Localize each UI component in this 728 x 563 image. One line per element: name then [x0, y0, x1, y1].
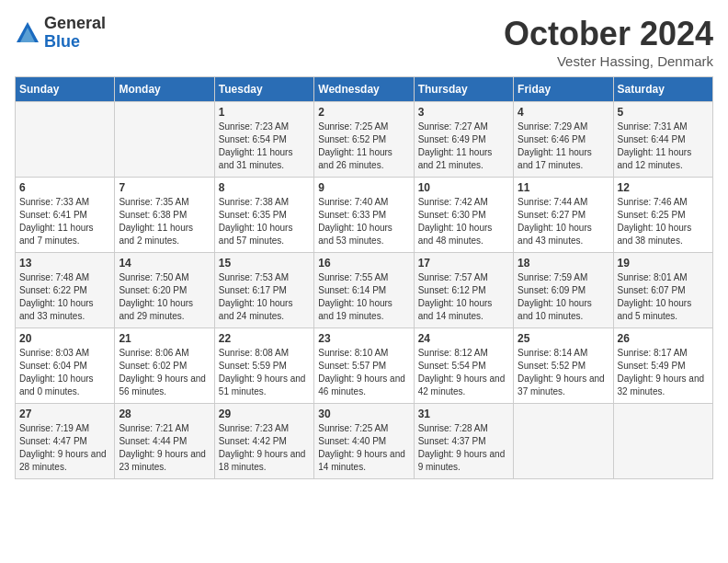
calendar-cell [514, 404, 613, 479]
weekday-header-thursday: Thursday [414, 77, 513, 102]
calendar-cell: 1Sunrise: 7:23 AMSunset: 6:54 PMDaylight… [214, 102, 313, 178]
day-info: Sunrise: 7:33 AMSunset: 6:41 PMDaylight:… [19, 196, 110, 247]
month-title: October 2024 [504, 15, 713, 53]
day-info: Sunrise: 7:35 AMSunset: 6:38 PMDaylight:… [119, 196, 210, 247]
day-info: Sunrise: 8:03 AMSunset: 6:04 PMDaylight:… [19, 347, 110, 398]
day-number: 7 [119, 181, 210, 194]
day-info: Sunrise: 8:12 AMSunset: 5:54 PMDaylight:… [418, 347, 509, 398]
day-number: 24 [418, 332, 509, 345]
day-number: 6 [19, 181, 110, 194]
day-info: Sunrise: 7:50 AMSunset: 6:20 PMDaylight:… [119, 271, 210, 323]
day-number: 12 [618, 181, 709, 194]
day-number: 5 [618, 106, 709, 119]
calendar-cell: 28Sunrise: 7:21 AMSunset: 4:44 PMDayligh… [115, 404, 214, 479]
weekday-header-sunday: Sunday [16, 77, 115, 102]
day-number: 23 [318, 332, 409, 345]
location-subtitle: Vester Hassing, Denmark [504, 53, 713, 69]
day-number: 17 [418, 257, 509, 270]
day-info: Sunrise: 7:19 AMSunset: 4:47 PMDaylight:… [19, 422, 110, 474]
title-area: October 2024 Vester Hassing, Denmark [504, 15, 713, 69]
logo: General Blue [15, 15, 106, 52]
calendar-cell: 10Sunrise: 7:42 AMSunset: 6:30 PMDayligh… [414, 178, 513, 253]
calendar-cell: 24Sunrise: 8:12 AMSunset: 5:54 PMDayligh… [414, 328, 513, 404]
logo-general: General [44, 15, 106, 33]
calendar-cell: 16Sunrise: 7:55 AMSunset: 6:14 PMDayligh… [314, 253, 414, 328]
day-info: Sunrise: 8:14 AMSunset: 5:52 PMDaylight:… [518, 347, 609, 398]
calendar-cell: 22Sunrise: 8:08 AMSunset: 5:59 PMDayligh… [214, 328, 313, 404]
day-number: 9 [318, 181, 409, 194]
day-info: Sunrise: 7:55 AMSunset: 6:14 PMDaylight:… [318, 271, 409, 323]
calendar-cell: 20Sunrise: 8:03 AMSunset: 6:04 PMDayligh… [16, 328, 115, 404]
calendar-cell: 25Sunrise: 8:14 AMSunset: 5:52 PMDayligh… [514, 328, 613, 404]
day-number: 31 [418, 408, 509, 420]
calendar-cell: 11Sunrise: 7:44 AMSunset: 6:27 PMDayligh… [514, 178, 613, 253]
calendar-cell: 5Sunrise: 7:31 AMSunset: 6:44 PMDaylight… [613, 102, 712, 178]
day-info: Sunrise: 7:23 AMSunset: 4:42 PMDaylight:… [219, 422, 310, 474]
calendar-cell: 2Sunrise: 7:25 AMSunset: 6:52 PMDaylight… [314, 102, 414, 178]
day-info: Sunrise: 7:38 AMSunset: 6:35 PMDaylight:… [219, 196, 310, 247]
weekday-header-monday: Monday [115, 77, 214, 102]
day-info: Sunrise: 7:23 AMSunset: 6:54 PMDaylight:… [219, 121, 310, 172]
day-number: 1 [219, 106, 310, 119]
day-info: Sunrise: 7:31 AMSunset: 6:44 PMDaylight:… [618, 121, 709, 172]
day-number: 22 [219, 332, 310, 345]
day-number: 10 [418, 181, 509, 194]
calendar-week-row: 6Sunrise: 7:33 AMSunset: 6:41 PMDaylight… [16, 178, 713, 253]
day-number: 11 [518, 181, 609, 194]
calendar-cell: 23Sunrise: 8:10 AMSunset: 5:57 PMDayligh… [314, 328, 414, 404]
weekday-header-wednesday: Wednesday [314, 77, 414, 102]
day-info: Sunrise: 7:21 AMSunset: 4:44 PMDaylight:… [119, 422, 210, 474]
day-info: Sunrise: 7:44 AMSunset: 6:27 PMDaylight:… [518, 196, 609, 247]
calendar-cell: 7Sunrise: 7:35 AMSunset: 6:38 PMDaylight… [115, 178, 214, 253]
logo-text: General Blue [44, 15, 106, 52]
calendar-cell: 30Sunrise: 7:25 AMSunset: 4:40 PMDayligh… [314, 404, 414, 479]
day-info: Sunrise: 7:46 AMSunset: 6:25 PMDaylight:… [618, 196, 709, 247]
day-number: 29 [219, 408, 310, 420]
day-info: Sunrise: 7:53 AMSunset: 6:17 PMDaylight:… [219, 271, 310, 323]
calendar-cell: 3Sunrise: 7:27 AMSunset: 6:49 PMDaylight… [414, 102, 513, 178]
calendar-cell: 6Sunrise: 7:33 AMSunset: 6:41 PMDaylight… [16, 178, 115, 253]
calendar-cell: 27Sunrise: 7:19 AMSunset: 4:47 PMDayligh… [16, 404, 115, 479]
day-info: Sunrise: 8:17 AMSunset: 5:49 PMDaylight:… [618, 347, 709, 398]
day-number: 4 [518, 106, 609, 119]
weekday-header-friday: Friday [514, 77, 613, 102]
day-info: Sunrise: 7:59 AMSunset: 6:09 PMDaylight:… [518, 271, 609, 323]
day-info: Sunrise: 7:57 AMSunset: 6:12 PMDaylight:… [418, 271, 509, 323]
calendar-cell: 31Sunrise: 7:28 AMSunset: 4:37 PMDayligh… [414, 404, 513, 479]
calendar-cell: 29Sunrise: 7:23 AMSunset: 4:42 PMDayligh… [214, 404, 313, 479]
day-info: Sunrise: 7:25 AMSunset: 4:40 PMDaylight:… [318, 422, 409, 474]
calendar-week-row: 1Sunrise: 7:23 AMSunset: 6:54 PMDaylight… [16, 102, 713, 178]
day-info: Sunrise: 7:48 AMSunset: 6:22 PMDaylight:… [19, 271, 110, 323]
day-number: 15 [219, 257, 310, 270]
day-number: 26 [618, 332, 709, 345]
day-info: Sunrise: 8:08 AMSunset: 5:59 PMDaylight:… [219, 347, 310, 398]
day-number: 20 [19, 332, 110, 345]
calendar-week-row: 27Sunrise: 7:19 AMSunset: 4:47 PMDayligh… [16, 404, 713, 479]
calendar-cell: 8Sunrise: 7:38 AMSunset: 6:35 PMDaylight… [214, 178, 313, 253]
calendar-cell: 9Sunrise: 7:40 AMSunset: 6:33 PMDaylight… [314, 178, 414, 253]
day-number: 27 [19, 408, 110, 420]
calendar-cell: 12Sunrise: 7:46 AMSunset: 6:25 PMDayligh… [613, 178, 712, 253]
day-info: Sunrise: 7:28 AMSunset: 4:37 PMDaylight:… [418, 422, 509, 474]
day-number: 2 [318, 106, 409, 119]
day-number: 30 [318, 408, 409, 420]
day-number: 18 [518, 257, 609, 270]
day-number: 16 [318, 257, 409, 270]
day-number: 25 [518, 332, 609, 345]
page-header: General Blue October 2024 Vester Hassing… [15, 15, 713, 69]
calendar-cell: 17Sunrise: 7:57 AMSunset: 6:12 PMDayligh… [414, 253, 513, 328]
calendar-cell: 21Sunrise: 8:06 AMSunset: 6:02 PMDayligh… [115, 328, 214, 404]
calendar-cell: 19Sunrise: 8:01 AMSunset: 6:07 PMDayligh… [613, 253, 712, 328]
calendar-cell: 4Sunrise: 7:29 AMSunset: 6:46 PMDaylight… [514, 102, 613, 178]
calendar-cell: 18Sunrise: 7:59 AMSunset: 6:09 PMDayligh… [514, 253, 613, 328]
day-info: Sunrise: 8:06 AMSunset: 6:02 PMDaylight:… [119, 347, 210, 398]
day-info: Sunrise: 7:29 AMSunset: 6:46 PMDaylight:… [518, 121, 609, 172]
calendar-cell [115, 102, 214, 178]
day-info: Sunrise: 7:42 AMSunset: 6:30 PMDaylight:… [418, 196, 509, 247]
calendar-cell [16, 102, 115, 178]
calendar-cell [613, 404, 712, 479]
day-number: 21 [119, 332, 210, 345]
day-info: Sunrise: 7:25 AMSunset: 6:52 PMDaylight:… [318, 121, 409, 172]
calendar-week-row: 13Sunrise: 7:48 AMSunset: 6:22 PMDayligh… [16, 253, 713, 328]
day-info: Sunrise: 7:27 AMSunset: 6:49 PMDaylight:… [418, 121, 509, 172]
